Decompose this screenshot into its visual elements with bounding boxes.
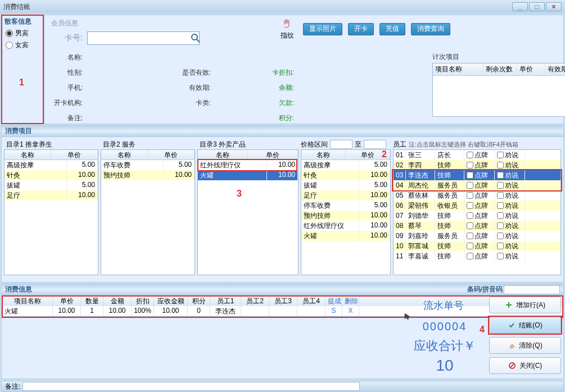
consume-query-button[interactable]: 消费查询 xyxy=(411,23,450,35)
close-panel-button[interactable]: 关闭(C) xyxy=(489,357,561,374)
price-from-input[interactable] xyxy=(330,140,352,149)
female-label: 女宾 xyxy=(15,40,29,50)
quanshuo-checkbox[interactable] xyxy=(497,152,504,158)
svg-line-1 xyxy=(197,39,200,42)
employee-row[interactable]: 08蔡琴技师点牌劝说 xyxy=(394,221,561,231)
fingerprint-label: 指纹 xyxy=(281,31,294,40)
top-buttons: 指纹 显示照片 开卡 充值 消费查询 xyxy=(281,17,450,40)
dianpai-checkbox[interactable] xyxy=(467,152,473,158)
dianpai-checkbox[interactable] xyxy=(467,192,473,199)
open-card-button[interactable]: 开卡 xyxy=(348,23,374,35)
list-item[interactable]: 足疗10.00 xyxy=(4,190,98,200)
annotation-4: 4 xyxy=(480,325,485,335)
add-row-button[interactable]: 增加行(A) xyxy=(489,297,561,313)
window-title: 消费结账 xyxy=(3,2,511,12)
action-buttons: 增加行(A) 结账(O) 清除(Q) 关闭(C) xyxy=(489,297,561,375)
catalog-3-grid[interactable]: 名称单价 红外线理疗仪10.00火罐10.00 xyxy=(197,149,299,275)
employee-row[interactable]: 07刘德华技师点牌劝说 xyxy=(394,211,561,221)
minimize-button[interactable]: _ xyxy=(512,2,528,11)
employee-row[interactable]: 09刘嘉玲服务员点牌劝说 xyxy=(394,231,561,241)
remark-input[interactable] xyxy=(22,382,360,391)
list-item[interactable]: 停车收费5.00 xyxy=(101,160,195,170)
selected-grid[interactable]: 名称单价 高级按摩5.00针灸10.00拔罐5.00足疗10.00停车收费5.0… xyxy=(301,149,391,275)
list-item[interactable]: 针灸10.00 xyxy=(4,170,98,180)
count-table: 项目名称 剩余次数 单价 有效期至 xyxy=(432,63,565,117)
male-radio[interactable] xyxy=(6,30,13,37)
quanshuo-checkbox[interactable] xyxy=(497,182,504,189)
card-input[interactable] xyxy=(88,32,191,44)
annotation-3: 3 xyxy=(237,189,242,199)
list-item[interactable]: 拔罐5.00 xyxy=(4,180,98,190)
fingerprint-button[interactable]: 指纹 xyxy=(281,17,294,40)
svg-point-0 xyxy=(192,34,197,40)
list-item[interactable]: 足疗10.00 xyxy=(301,190,390,200)
list-item[interactable]: 火罐10.00 xyxy=(301,231,390,241)
dianpai-checkbox[interactable] xyxy=(467,253,473,259)
list-item[interactable]: 预约技师10.00 xyxy=(101,170,195,180)
dianpai-checkbox[interactable] xyxy=(467,233,473,239)
list-item[interactable]: 针灸10.00 xyxy=(301,170,390,180)
list-item[interactable]: 高级按摩5.00 xyxy=(4,160,98,170)
dianpai-checkbox[interactable] xyxy=(467,222,473,229)
check-icon xyxy=(508,321,516,329)
female-radio-row[interactable]: 女宾 xyxy=(2,39,43,51)
list-item[interactable]: 预约技师10.00 xyxy=(301,211,390,221)
barcode-input[interactable] xyxy=(504,285,560,294)
employee-row[interactable]: 04周杰伦服务员点牌劝说 xyxy=(394,180,561,190)
list-item[interactable]: 停车收费5.00 xyxy=(301,200,390,211)
price-to-input[interactable] xyxy=(364,140,386,149)
quanshuo-checkbox[interactable] xyxy=(497,233,504,239)
search-icon[interactable] xyxy=(191,32,201,44)
hand-icon xyxy=(281,17,294,31)
employee-row[interactable]: 01张三店长点牌劝说 xyxy=(394,150,561,160)
list-item[interactable]: 红外线理疗仪10.00 xyxy=(301,221,390,231)
dianpai-checkbox[interactable] xyxy=(467,202,473,209)
recharge-button[interactable]: 充值 xyxy=(379,23,405,35)
quanshuo-checkbox[interactable] xyxy=(497,172,504,179)
list-item[interactable]: 拔罐5.00 xyxy=(301,180,390,190)
quanshuo-checkbox[interactable] xyxy=(497,192,504,199)
catalog-1-grid[interactable]: 名称单价 高级按摩5.00针灸10.00拔罐5.00足疗10.00 xyxy=(4,149,98,275)
close-button[interactable]: × xyxy=(546,2,562,11)
employee-grid[interactable]: 01张三店长点牌劝说02李四技师点牌劝说03李连杰技师点牌劝说04周杰伦服务员点… xyxy=(393,149,561,275)
quanshuo-checkbox[interactable] xyxy=(497,243,504,249)
employee-row[interactable]: 05蔡依林服务员点牌劝说 xyxy=(394,190,561,200)
quanshuo-checkbox[interactable] xyxy=(497,202,504,209)
quanshuo-checkbox[interactable] xyxy=(497,253,504,259)
org-label: 开卡机构: xyxy=(49,98,84,108)
eraser-icon xyxy=(508,341,516,349)
consume-section: 消费项目 目录1 推拿养生 名称单价 高级按摩5.00针灸10.00拔罐5.00… xyxy=(1,125,564,282)
male-radio-row[interactable]: 男宾 xyxy=(2,28,43,39)
quanshuo-checkbox[interactable] xyxy=(497,222,504,229)
quanshuo-checkbox[interactable] xyxy=(497,212,504,219)
clear-button[interactable]: 清除(Q) xyxy=(489,337,561,354)
list-item[interactable]: 高级按摩5.00 xyxy=(301,160,390,170)
dianpai-checkbox[interactable] xyxy=(467,162,473,168)
maximize-button[interactable]: □ xyxy=(529,2,545,11)
quanshuo-checkbox[interactable] xyxy=(497,162,504,168)
expire-label: 有效期: xyxy=(167,83,212,93)
annotation-1: 1 xyxy=(19,78,24,88)
list-item[interactable]: 火罐10.00 xyxy=(198,170,298,180)
employee-row[interactable]: 03李连杰技师点牌劝说 xyxy=(394,170,561,180)
employee-row[interactable]: 11李嘉诚技师点牌劝说 xyxy=(394,251,561,261)
dianpai-checkbox[interactable] xyxy=(467,182,473,189)
count-col-remain: 剩余次数 xyxy=(483,63,517,75)
catalog-selected: 价格区间 至 名称单价 高级按摩5.00针灸10.00拔罐5.00足疗10.00… xyxy=(301,139,391,275)
member-panel: 会员信息 卡号: 指纹 显示照片 开卡 充值 消费查询 名称: xyxy=(44,15,564,124)
remark-label: 备注: xyxy=(49,113,84,123)
dianpai-checkbox[interactable] xyxy=(467,243,473,249)
employee-row[interactable]: 06梁朝伟收银员点牌劝说 xyxy=(394,200,561,211)
phone-label: 手机: xyxy=(49,83,84,93)
employee-row[interactable]: 02李四技师点牌劝说 xyxy=(394,160,561,170)
dianpai-checkbox[interactable] xyxy=(467,212,473,219)
titlebar: 消费结账 _ □ × xyxy=(0,0,565,13)
dianpai-checkbox[interactable] xyxy=(467,172,473,179)
list-item[interactable]: 红外线理疗仪10.00 xyxy=(198,160,298,170)
checkout-button[interactable]: 结账(O) xyxy=(489,317,561,334)
female-radio[interactable] xyxy=(6,42,13,49)
show-photo-button[interactable]: 显示照片 xyxy=(303,23,342,35)
annotation-2: 2 xyxy=(382,149,387,159)
employee-row[interactable]: 10郭富城技师点牌劝说 xyxy=(394,241,561,251)
catalog-2-grid[interactable]: 名称单价 停车收费5.00预约技师10.00 xyxy=(101,149,195,275)
